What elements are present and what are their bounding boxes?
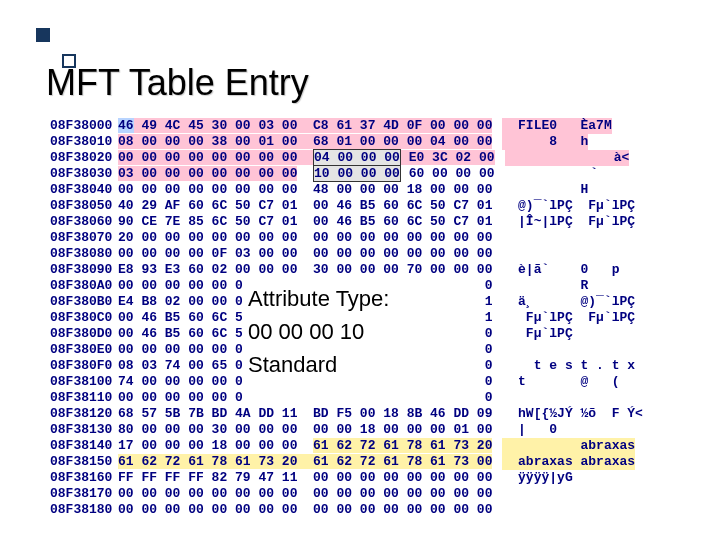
hex-bytes: 00 00 00 00 0F 03 00 00 00 00 00 00 00 0… <box>118 246 492 262</box>
hex-row: 08F3817000 00 00 00 00 00 00 00 00 00 00… <box>50 486 696 502</box>
hex-address: 08F380E0 <box>50 342 118 358</box>
hex-row: 08F3806090 CE 7E 85 6C 50 C7 01 00 46 B5… <box>50 214 696 230</box>
hex-address: 08F380A0 <box>50 278 118 294</box>
hex-address: 08F38040 <box>50 182 118 198</box>
hex-address: 08F38010 <box>50 134 118 150</box>
hex-ascii: t e s t . t x <box>502 358 635 374</box>
hex-row: 08F3812068 57 5B 7B BD 4A DD 11 BD F5 00… <box>50 406 696 422</box>
hex-ascii: 8 h <box>502 134 588 150</box>
hex-ascii: hW[{½JÝ ½õ F Ý< <box>502 406 642 422</box>
hex-row: 08F3805040 29 AF 60 6C 50 C7 01 00 46 B5… <box>50 198 696 214</box>
hex-address: 08F38070 <box>50 230 118 246</box>
hex-ascii <box>502 502 518 518</box>
overlay-line-2: 00 00 00 10 <box>248 315 478 348</box>
hex-address: 08F38150 <box>50 454 118 470</box>
hex-ascii: abraxas <box>502 438 635 454</box>
hex-ascii: | 0 <box>502 422 557 438</box>
hex-address: 08F38170 <box>50 486 118 502</box>
hex-ascii: R <box>502 278 588 294</box>
hex-ascii: à< <box>505 150 630 166</box>
hex-row: 08F3808000 00 00 00 0F 03 00 00 00 00 00… <box>50 246 696 262</box>
hex-ascii <box>502 390 518 406</box>
hex-address: 08F38120 <box>50 406 118 422</box>
hex-ascii: @)¯`lPÇ Fµ`lPÇ <box>502 198 635 214</box>
hex-bytes: 00 00 00 00 00 00 00 00 00 00 00 00 00 0… <box>118 486 492 502</box>
hex-ascii: t @ ( <box>502 374 619 390</box>
hex-address: 08F380D0 <box>50 326 118 342</box>
hex-bytes: 03 00 00 00 00 00 00 00 10 00 00 00 60 0… <box>118 166 495 182</box>
hex-row: 08F3804000 00 00 00 00 00 00 00 48 00 00… <box>50 182 696 198</box>
hex-row: 08F38160FF FF FF FF 82 79 47 11 00 00 00… <box>50 470 696 486</box>
hex-bytes: 00 00 00 00 00 00 00 00 04 00 00 00 E0 3… <box>118 150 495 166</box>
hex-address: 08F38060 <box>50 214 118 230</box>
hex-address: 08F38140 <box>50 438 118 454</box>
overlay-line-3: Standard <box>248 348 478 381</box>
hex-ascii: ` <box>505 166 599 182</box>
hex-bytes: E8 93 E3 60 02 00 00 00 30 00 00 00 70 0… <box>118 262 492 278</box>
hex-row: 08F3815061 62 72 61 78 61 73 20 61 62 72… <box>50 454 696 470</box>
hex-ascii: |Î~|lPÇ Fµ`lPÇ <box>502 214 635 230</box>
hex-bytes: 20 00 00 00 00 00 00 00 00 00 00 00 00 0… <box>118 230 492 246</box>
attribute-overlay: Attribute Type: 00 00 00 10 Standard <box>242 280 484 404</box>
hex-ascii <box>502 342 518 358</box>
hex-address: 08F38090 <box>50 262 118 278</box>
hex-bytes: 80 00 00 00 30 00 00 00 00 00 18 00 00 0… <box>118 422 492 438</box>
hex-bytes: 61 62 72 61 78 61 73 20 61 62 72 61 78 6… <box>118 454 492 470</box>
hex-bytes: FF FF FF FF 82 79 47 11 00 00 00 00 00 0… <box>118 470 492 486</box>
hex-address: 08F38110 <box>50 390 118 406</box>
slide-title: MFT Table Entry <box>46 62 309 104</box>
hex-address: 08F38030 <box>50 166 118 182</box>
overlay-line-1: Attribute Type: <box>248 282 478 315</box>
hex-ascii <box>502 246 518 262</box>
bullet-square-icon <box>36 28 50 42</box>
hex-ascii: Fµ`lPÇ Fµ`lPÇ <box>502 310 635 326</box>
hex-row: 08F3803003 00 00 00 00 00 00 00 10 00 00… <box>50 166 696 182</box>
hex-ascii: ÿÿÿÿ|yG <box>502 470 572 486</box>
hex-ascii: Fµ`lPÇ <box>502 326 572 342</box>
hex-row: 08F3814017 00 00 00 18 00 00 00 61 62 72… <box>50 438 696 454</box>
hex-address: 08F380F0 <box>50 358 118 374</box>
hex-ascii: è|ã` 0 p <box>502 262 619 278</box>
hex-bytes: 68 57 5B 7B BD 4A DD 11 BD F5 00 18 8B 4… <box>118 406 492 422</box>
hex-ascii: abraxas abraxas <box>502 454 635 470</box>
hex-row: 08F3818000 00 00 00 00 00 00 00 00 00 00… <box>50 502 696 518</box>
hex-address: 08F38080 <box>50 246 118 262</box>
hex-bytes: 40 29 AF 60 6C 50 C7 01 00 46 B5 60 6C 5… <box>118 198 492 214</box>
hex-address: 08F380B0 <box>50 294 118 310</box>
hex-bytes: 08 00 00 00 38 00 01 00 68 01 00 00 00 0… <box>118 134 492 150</box>
hex-ascii: FILE0 Èa7M <box>502 118 611 134</box>
hex-bytes: 46 49 4C 45 30 00 03 00 C8 61 37 4D 0F 0… <box>118 118 492 134</box>
hex-address: 08F38020 <box>50 150 118 166</box>
hex-bytes: 00 00 00 00 00 00 00 00 48 00 00 00 18 0… <box>118 182 492 198</box>
hex-bytes: 90 CE 7E 85 6C 50 C7 01 00 46 B5 60 6C 5… <box>118 214 492 230</box>
hex-address: 08F38160 <box>50 470 118 486</box>
hex-address: 08F38130 <box>50 422 118 438</box>
hex-row: 08F3800046 49 4C 45 30 00 03 00 C8 61 37… <box>50 118 696 134</box>
hex-address: 08F38100 <box>50 374 118 390</box>
hex-row: 08F3802000 00 00 00 00 00 00 00 04 00 00… <box>50 150 696 166</box>
hex-row: 08F3807020 00 00 00 00 00 00 00 00 00 00… <box>50 230 696 246</box>
hex-ascii <box>502 486 518 502</box>
hex-bytes: 17 00 00 00 18 00 00 00 61 62 72 61 78 6… <box>118 438 492 454</box>
hex-ascii: ä¸ @)¯`lPÇ <box>502 294 635 310</box>
hex-row: 08F38090E8 93 E3 60 02 00 00 00 30 00 00… <box>50 262 696 278</box>
hex-row: 08F3801008 00 00 00 38 00 01 00 68 01 00… <box>50 134 696 150</box>
hex-bytes: 00 00 00 00 00 00 00 00 00 00 00 00 00 0… <box>118 502 492 518</box>
hex-row: 08F3813080 00 00 00 30 00 00 00 00 00 18… <box>50 422 696 438</box>
hex-ascii <box>502 230 518 246</box>
hex-ascii: H <box>502 182 588 198</box>
hex-address: 08F38180 <box>50 502 118 518</box>
hex-address: 08F380C0 <box>50 310 118 326</box>
hex-address: 08F38000 <box>50 118 118 134</box>
hex-address: 08F38050 <box>50 198 118 214</box>
